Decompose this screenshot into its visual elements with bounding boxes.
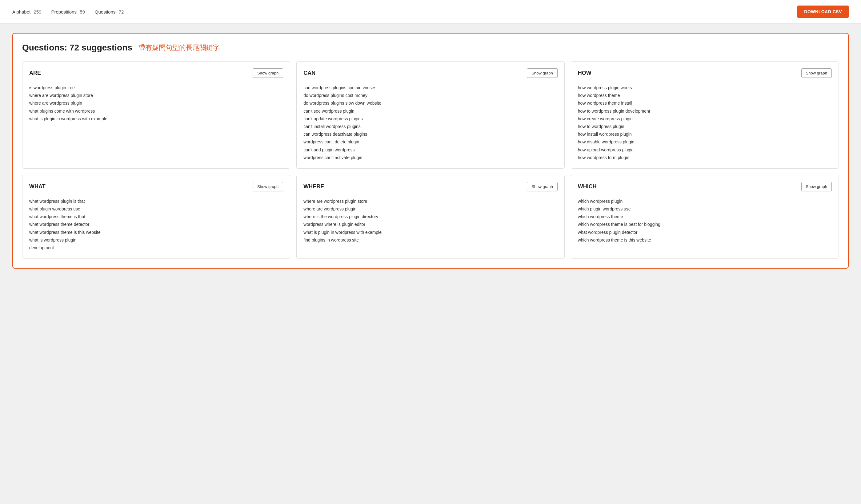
list-item: do wordpress plugins cost money <box>303 92 557 99</box>
tab-prepositions-count: 59 <box>80 9 85 14</box>
download-csv-button[interactable]: DOWNLOAD CSV <box>797 5 849 18</box>
list-item: what wordpress plugin is that <box>29 197 283 205</box>
list-item: where are wordpress plugin store <box>29 92 283 99</box>
card-where: WHEREShow graphwhere are wordpress plugi… <box>296 175 564 259</box>
card-what-header: WHATShow graph <box>29 182 283 191</box>
list-item: what wordpress theme is that <box>29 213 283 221</box>
card-how-items: how wordpress plugin workshow wordpress … <box>578 84 832 162</box>
list-item: can wordpress plugins contain viruses <box>303 84 557 92</box>
list-item: find plugins in wordpress site <box>303 236 557 244</box>
card-which-show-graph-button[interactable]: Show graph <box>801 182 832 191</box>
list-item: what wordpress plugin detector <box>578 229 832 236</box>
card-are-header: AREShow graph <box>29 68 283 78</box>
list-item: how wordpress theme install <box>578 99 832 107</box>
card-what-show-graph-button[interactable]: Show graph <box>252 182 283 191</box>
card-which-header: WHICHShow graph <box>578 182 832 191</box>
card-where-show-graph-button[interactable]: Show graph <box>527 182 557 191</box>
list-item: what plugins come with wordpress <box>29 107 283 115</box>
tab-prepositions-label: Prepositions <box>51 9 77 14</box>
tab-prepositions[interactable]: Prepositions 59 <box>51 9 85 14</box>
card-what-items: what wordpress plugin is thatwhat plugin… <box>29 197 283 252</box>
list-item: what is wordpress plugin <box>29 236 283 244</box>
card-are-items: is wordpress plugin freewhere are wordpr… <box>29 84 283 123</box>
list-item: what plugin wordpress use <box>29 205 283 213</box>
tab-questions[interactable]: Questions 72 <box>95 9 124 14</box>
list-item: where are wordpress plugin store <box>303 197 557 205</box>
tab-alphabet-count: 259 <box>33 9 41 14</box>
list-item: can't add plugin wordpress <box>303 146 557 154</box>
card-which: WHICHShow graphwhich wordpress pluginwhi… <box>571 175 839 259</box>
list-item: which wordpress theme is this website <box>578 236 832 244</box>
card-are-title: ARE <box>29 70 41 76</box>
tab-group: Alphabet 259 Prepositions 59 Questions 7… <box>12 9 124 14</box>
card-how: HOWShow graphhow wordpress plugin worksh… <box>571 61 839 168</box>
tab-alphabet-label: Alphabet <box>12 9 30 14</box>
top-bar: Alphabet 259 Prepositions 59 Questions 7… <box>0 0 861 24</box>
cards-grid: AREShow graphis wordpress plugin freewhe… <box>22 61 839 259</box>
card-where-title: WHERE <box>303 183 324 190</box>
list-item: where is the wordpress plugin directory <box>303 213 557 221</box>
tab-questions-count: 72 <box>119 9 124 14</box>
list-item: how disable wordpress plugin <box>578 138 832 146</box>
list-item: do wordpress plugins slow down website <box>303 99 557 107</box>
card-how-title: HOW <box>578 70 591 76</box>
list-item: how wordpress theme <box>578 92 832 99</box>
tab-alphabet[interactable]: Alphabet 259 <box>12 9 41 14</box>
card-can-title: CAN <box>303 70 315 76</box>
list-item: which wordpress theme is best for bloggi… <box>578 221 832 228</box>
list-item: is wordpress plugin free <box>29 84 283 92</box>
section-header: Questions: 72 suggestions 帶有疑問句型的長尾關鍵字 <box>22 43 839 53</box>
list-item: what wordpress theme detector <box>29 221 283 228</box>
list-item: how to wordpress plugin <box>578 123 832 131</box>
section-subtitle: 帶有疑問句型的長尾關鍵字 <box>138 43 220 52</box>
list-item: what is plugin in wordpress with example <box>303 229 557 236</box>
card-what-title: WHAT <box>29 183 45 190</box>
list-item: wordpress where is plugin editor <box>303 221 557 228</box>
list-item: wordpress can't activate plugin <box>303 154 557 162</box>
card-can-header: CANShow graph <box>303 68 557 78</box>
list-item: where are wordpress plugin <box>29 99 283 107</box>
list-item: what is plugin in wordpress with example <box>29 115 283 123</box>
card-are-show-graph-button[interactable]: Show graph <box>252 68 283 78</box>
card-where-items: where are wordpress plugin storewhere ar… <box>303 197 557 244</box>
list-item: what wordpress theme is this website <box>29 229 283 236</box>
list-item: can't see wordpress plugin <box>303 107 557 115</box>
list-item: wordpress can't delete plugin <box>303 138 557 146</box>
list-item: development <box>29 244 283 252</box>
list-item: how upload wordpress plugin <box>578 146 832 154</box>
list-item: which wordpress plugin <box>578 197 832 205</box>
list-item: which plugin wordpress use <box>578 205 832 213</box>
list-item: which wordpress theme <box>578 213 832 221</box>
card-can: CANShow graphcan wordpress plugins conta… <box>296 61 564 168</box>
card-are: AREShow graphis wordpress plugin freewhe… <box>22 61 290 168</box>
card-which-title: WHICH <box>578 183 597 190</box>
card-how-header: HOWShow graph <box>578 68 832 78</box>
list-item: can't install wordpress plugins <box>303 123 557 131</box>
list-item: where are wordpress plugin <box>303 205 557 213</box>
list-item: how create wordpress plugin <box>578 115 832 123</box>
card-can-items: can wordpress plugins contain virusesdo … <box>303 84 557 162</box>
list-item: how install wordpress plugin <box>578 131 832 138</box>
questions-section: Questions: 72 suggestions 帶有疑問句型的長尾關鍵字 A… <box>12 33 849 269</box>
tab-questions-label: Questions <box>95 9 116 14</box>
list-item: how wordpress plugin works <box>578 84 832 92</box>
main-content: Questions: 72 suggestions 帶有疑問句型的長尾關鍵字 A… <box>0 24 861 278</box>
card-how-show-graph-button[interactable]: Show graph <box>801 68 832 78</box>
list-item: can wordpress deactivate plugins <box>303 131 557 138</box>
card-where-header: WHEREShow graph <box>303 182 557 191</box>
card-can-show-graph-button[interactable]: Show graph <box>527 68 557 78</box>
list-item: how to wordpress plugin development <box>578 107 832 115</box>
card-which-items: which wordpress pluginwhich plugin wordp… <box>578 197 832 244</box>
card-what: WHATShow graphwhat wordpress plugin is t… <box>22 175 290 259</box>
list-item: how wordpress form plugin <box>578 154 832 162</box>
section-title: Questions: 72 suggestions <box>22 43 132 53</box>
list-item: can't update wordpress plugins <box>303 115 557 123</box>
